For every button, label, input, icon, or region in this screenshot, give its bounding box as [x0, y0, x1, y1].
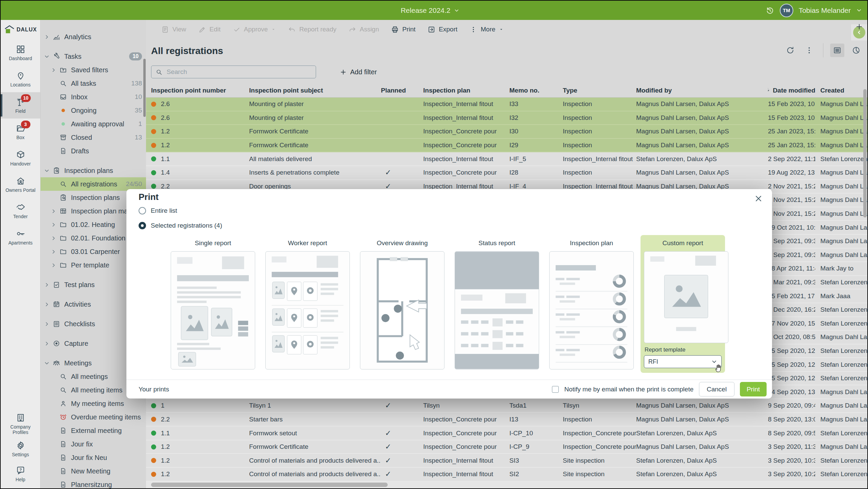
rail-item-apartments[interactable]: Apartments: [1, 224, 40, 250]
list-view-button[interactable]: [830, 44, 844, 57]
chart-view-button[interactable]: [849, 44, 863, 57]
rail-item-field[interactable]: 10Field: [1, 92, 40, 119]
report-card-single[interactable]: Single report: [171, 235, 255, 369]
sidebar-item-tasks[interactable]: Tasks10: [41, 50, 146, 63]
table-row[interactable]: 2.2Starter barsInspection_Concrete pourI…: [146, 413, 867, 427]
history-icon[interactable]: [766, 6, 774, 15]
user-name[interactable]: Tobias Melander: [799, 6, 851, 15]
table-row[interactable]: 1.1Formwork setout✓Inspection_Concrete p…: [146, 427, 867, 440]
chevron-down-icon[interactable]: [44, 54, 53, 59]
chevron-down-icon[interactable]: [856, 7, 862, 13]
rail-item-tender[interactable]: Tender: [1, 198, 40, 224]
chevron-right-icon[interactable]: [51, 235, 59, 241]
column-header-modified-by[interactable]: Modified by: [636, 87, 768, 94]
table-row[interactable]: 1.2Control of materials and products del…: [146, 454, 867, 468]
radio-option-selected-registrations-4-[interactable]: Selected registrations (4): [139, 219, 222, 232]
table-row[interactable]: 1.2Control of materials and products del…: [146, 468, 867, 482]
rail-item-box[interactable]: 3Box: [1, 119, 40, 145]
chevron-right-icon[interactable]: [51, 67, 59, 73]
sidebar-item-all-tasks[interactable]: All tasks138: [41, 77, 146, 90]
edit-button[interactable]: Edit: [198, 26, 221, 33]
column-header-type[interactable]: Type: [563, 87, 636, 94]
rail-item-handover[interactable]: Handover: [1, 145, 40, 171]
sidebar-item-jour-fix-neu[interactable]: Jour fix Neu: [41, 451, 146, 464]
rail-item-locations[interactable]: Locations: [1, 66, 40, 92]
approve-button[interactable]: Approve: [233, 26, 276, 33]
view-button[interactable]: View: [161, 26, 186, 33]
report-card-plan[interactable]: Inspection plan: [549, 235, 634, 369]
chevron-right-icon[interactable]: [44, 34, 53, 40]
sidebar-item-awaiting-approval[interactable]: Awaiting approval1: [41, 117, 146, 131]
print-button[interactable]: Print: [391, 26, 415, 33]
rail-item-dashboard[interactable]: Dashboard: [1, 40, 40, 66]
print-button[interactable]: Print: [740, 382, 767, 396]
column-header-inspection-point-number[interactable]: Inspection point number: [151, 87, 249, 94]
add-filter-button[interactable]: Add filter: [340, 66, 377, 78]
search-input[interactable]: [166, 68, 312, 76]
column-header-date-modified[interactable]: Date modified: [768, 87, 815, 94]
horizontal-scrollbar[interactable]: [151, 483, 388, 487]
cancel-button[interactable]: Cancel: [699, 382, 734, 396]
export-button[interactable]: Export: [428, 26, 457, 33]
sidebar-item-closed[interactable]: Closed13: [41, 131, 146, 144]
report-card-custom-selected[interactable]: Custom reportReport templateRFI: [641, 235, 725, 373]
table-row[interactable]: 1.1All materials deliveredInspection_Int…: [146, 152, 867, 166]
table-row[interactable]: 1.2Formwork CertificateInspection_Concre…: [146, 139, 867, 153]
report-template-select[interactable]: RFI: [644, 355, 722, 368]
more-button[interactable]: More: [469, 26, 503, 33]
report-card-status[interactable]: Status report: [455, 235, 539, 369]
report-ready-button[interactable]: Report ready: [288, 26, 336, 33]
chevron-right-icon[interactable]: [51, 222, 59, 228]
chevron-right-icon[interactable]: [44, 282, 53, 288]
sidebar-scrollbar[interactable]: [143, 59, 146, 117]
sidebar-item-new-meeting[interactable]: New Meeting: [41, 464, 146, 478]
search-box[interactable]: [151, 66, 316, 78]
table-row[interactable]: 1Tilsyn 1✓TilsynTsda1TilsynMagnus Dahl L…: [146, 399, 867, 413]
sidebar-item-saved-filters[interactable]: Saved filters: [41, 63, 146, 77]
table-row[interactable]: 1.2Formwork CertificateInspection_Concre…: [146, 125, 867, 139]
rail-item-company-profiles[interactable]: Company Profiles: [1, 411, 40, 436]
radio-selected-icon[interactable]: [139, 222, 146, 229]
chevron-right-icon[interactable]: [51, 208, 59, 214]
chevron-down-icon[interactable]: [44, 168, 53, 174]
column-header-inspection-point-subject[interactable]: Inspection point subject: [249, 87, 381, 94]
report-card-worker[interactable]: Worker report: [265, 235, 350, 369]
column-header-planned[interactable]: Planned: [381, 87, 423, 94]
sidebar-item-overdue-meeting-items[interactable]: Overdue meeting items: [41, 410, 146, 424]
sidebar-item-inbox[interactable]: Inbox10: [41, 90, 146, 104]
dalux-logo[interactable]: DALUX: [1, 20, 40, 40]
refresh-button[interactable]: [783, 44, 797, 57]
column-header-memo-no-[interactable]: Memo no.: [509, 87, 563, 94]
add-column-icon[interactable]: [855, 23, 864, 31]
radio-unselected-icon[interactable]: [139, 207, 146, 214]
notify-checkbox[interactable]: [552, 386, 559, 393]
close-icon[interactable]: [754, 194, 763, 203]
sidebar-item-analytics[interactable]: Analytics: [41, 30, 146, 44]
chevron-right-icon[interactable]: [44, 302, 53, 307]
sidebar-item-ongoing[interactable]: Ongoing35: [41, 104, 146, 117]
chevron-down-icon[interactable]: [44, 360, 53, 366]
sidebar-item-drafts[interactable]: Drafts: [41, 144, 146, 158]
sidebar-item-all-registrations[interactable]: All registrations24/50: [41, 177, 146, 191]
chevron-right-icon[interactable]: [51, 249, 59, 255]
sidebar-item-external-meeting[interactable]: External meeting: [41, 424, 146, 437]
table-row[interactable]: 1.4Inserts & penetrations complete✓Inspe…: [146, 166, 867, 180]
chevron-right-icon[interactable]: [44, 321, 53, 327]
sidebar-item-jour-fix[interactable]: Jour fix: [41, 437, 146, 451]
your-prints-link[interactable]: Your prints: [139, 386, 169, 393]
assign-button[interactable]: Assign: [348, 26, 379, 33]
report-card-overview[interactable]: Overview drawing: [360, 235, 444, 369]
chevron-right-icon[interactable]: [51, 262, 59, 268]
table-row[interactable]: 1.2Formwork Certificate✓Inspection_Concr…: [146, 440, 867, 454]
sidebar-item-inspection-plans[interactable]: Inspection plans: [41, 164, 146, 177]
table-row[interactable]: 2.6Mounting of plasterInspection_Interna…: [146, 111, 867, 125]
chevron-right-icon[interactable]: [44, 341, 53, 346]
avatar[interactable]: TM: [780, 4, 793, 17]
table-row[interactable]: 2.6Mounting of plasterInspection_Interna…: [146, 98, 867, 111]
rail-item-help[interactable]: ?Help: [1, 461, 40, 486]
sidebar-item-my-meeting-items[interactable]: My meeting items: [41, 397, 146, 410]
rail-item-settings[interactable]: Settings: [1, 436, 40, 461]
radio-option-entire-list[interactable]: Entire list: [139, 204, 222, 217]
vertical-scrollbar[interactable]: [863, 89, 867, 217]
rail-item-owners-portal[interactable]: Owners Portal: [1, 171, 40, 198]
